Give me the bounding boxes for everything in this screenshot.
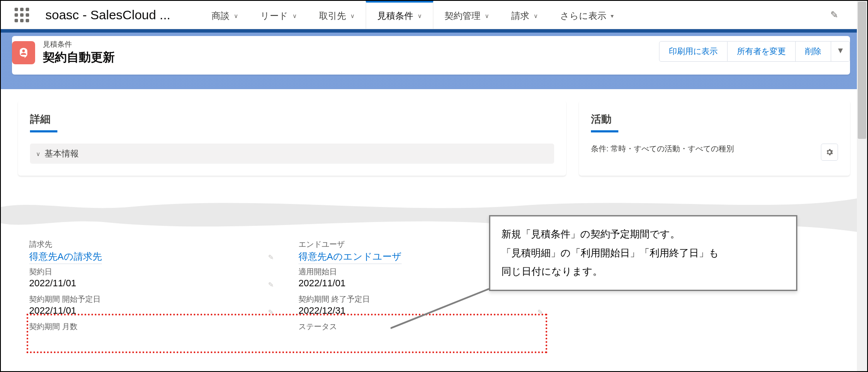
field-label: 契約期間 開始予定日 <box>29 294 281 304</box>
gear-icon[interactable] <box>821 144 838 161</box>
nav-tab-quote[interactable]: 見積条件 ∨ <box>366 1 433 29</box>
section-basic-info[interactable]: ∨ 基本情報 <box>30 144 554 164</box>
field-value: 2022/12/31 <box>298 304 551 319</box>
chevron-down-icon: ∨ <box>36 150 40 157</box>
field-period-start: 契約期間 開始予定日 2022/11/01 ✎ <box>29 294 281 319</box>
nav-tab-opportunity[interactable]: 商談 ∨ <box>200 1 249 29</box>
delete-button[interactable]: 削除 <box>796 41 831 62</box>
content-area: 詳細 ∨ 基本情報 活動 条件: 常時・すべての活動・すべての種別 <box>1 83 867 176</box>
nav-tab-more[interactable]: さらに表示 ▾ <box>549 1 625 29</box>
nav-tab-label: 取引先 <box>319 10 346 22</box>
field-label: 契約期間 終了予定日 <box>298 294 551 304</box>
record-header: 見積条件 契約自動更新 <box>12 39 115 66</box>
nav-tab-contract[interactable]: 契約管理 ∨ <box>433 1 500 29</box>
nav-tab-label: 商談 <box>212 10 230 22</box>
field-label: 請求先 <box>29 239 281 249</box>
app-launcher-icon[interactable] <box>13 6 31 24</box>
field-label: 契約日 <box>29 267 281 277</box>
chevron-down-icon: ∨ <box>418 12 422 19</box>
chevron-down-icon: ∨ <box>234 12 238 19</box>
field-label: 契約期間 月数 <box>29 321 281 332</box>
nav-tab-account[interactable]: 取引先 ∨ <box>308 1 366 29</box>
field-contract-date: 契約日 2022/11/01 ✎ <box>29 267 281 291</box>
detail-tab-title[interactable]: 詳細 <box>30 112 554 130</box>
chevron-down-icon: ∨ <box>485 12 489 19</box>
nav-tab-label: 見積条件 <box>377 10 413 22</box>
field-value-link[interactable]: 得意先Aの請求先 <box>29 249 102 264</box>
field-label: ステータス <box>298 321 551 332</box>
field-value: 2022/11/01 <box>29 304 281 319</box>
chevron-down-icon: ▾ <box>611 12 614 19</box>
field-period-end: 契約期間 終了予定日 2022/12/31 ✎ <box>298 294 551 319</box>
callout-line: 「見積明細」の「利用開始日」「利用終了日」も <box>501 244 785 263</box>
edit-nav-icon[interactable]: ✎ <box>830 9 838 21</box>
activity-tab-title[interactable]: 活動 <box>591 112 838 130</box>
edit-icon[interactable]: ✎ <box>537 308 543 316</box>
scrollbar-thumb[interactable] <box>858 2 866 139</box>
callout-line: 新規「見積条件」の契約予定期間です。 <box>501 225 785 244</box>
section-title: 基本情報 <box>45 148 79 159</box>
edit-icon[interactable]: ✎ <box>268 281 274 289</box>
field-period-months: 契約期間 月数 <box>29 321 281 332</box>
record-header-band: 見積条件 契約自動更新 印刷用に表示 所有者を変更 削除 ▼ <box>1 29 867 89</box>
scrollbar[interactable] <box>857 1 867 371</box>
edit-icon[interactable]: ✎ <box>268 308 274 316</box>
annotation-callout: 新規「見積条件」の契約予定期間です。 「見積明細」の「利用開始日」「利用終了日」… <box>489 215 797 291</box>
record-actions: 印刷用に表示 所有者を変更 削除 ▼ <box>659 41 850 62</box>
chevron-down-icon: ∨ <box>534 12 538 19</box>
chevron-down-icon: ∨ <box>350 12 355 19</box>
callout-line: 同じ日付になります。 <box>501 262 785 281</box>
more-actions-button[interactable]: ▼ <box>831 41 850 62</box>
change-owner-button[interactable]: 所有者を変更 <box>728 41 796 62</box>
field-value-link[interactable]: 得意先Aのエンドユーザ <box>298 249 402 264</box>
nav-tab-label: 契約管理 <box>444 10 480 22</box>
app-name: soasc - SalesCloud ... <box>45 8 170 22</box>
chevron-down-icon: ∨ <box>292 12 297 19</box>
detail-card: 詳細 ∨ 基本情報 <box>18 100 566 176</box>
print-button[interactable]: 印刷用に表示 <box>659 41 728 62</box>
edit-icon[interactable]: ✎ <box>268 253 274 261</box>
nav-tab-lead[interactable]: リード ∨ <box>249 1 308 29</box>
field-billing: 請求先 得意先Aの請求先 ✎ <box>29 239 281 264</box>
field-value: 2022/11/01 <box>29 277 281 291</box>
nav-tab-billing[interactable]: 請求 ∨ <box>500 1 549 29</box>
nav-tab-label: 請求 <box>511 10 529 22</box>
nav-tab-label: さらに表示 <box>560 10 606 22</box>
record-icon <box>12 41 35 64</box>
activity-filter-text: 条件: 常時・すべての活動・すべての種別 <box>591 144 817 154</box>
record-name: 契約自動更新 <box>43 49 115 66</box>
nav-tab-label: リード <box>260 10 288 22</box>
nav-tabs: 商談 ∨ リード ∨ 取引先 ∨ 見積条件 ∨ 契約管理 ∨ 請求 ∨ <box>200 1 625 29</box>
record-object-label: 見積条件 <box>43 39 115 49</box>
global-nav: soasc - SalesCloud ... 商談 ∨ リード ∨ 取引先 ∨ … <box>1 1 867 29</box>
field-status: ステータス <box>298 321 551 332</box>
activity-card: 活動 条件: 常時・すべての活動・すべての種別 <box>579 100 850 176</box>
detail-fields: 請求先 得意先Aの請求先 ✎ 契約日 2022/11/01 ✎ 契約期間 開始予… <box>29 239 568 334</box>
